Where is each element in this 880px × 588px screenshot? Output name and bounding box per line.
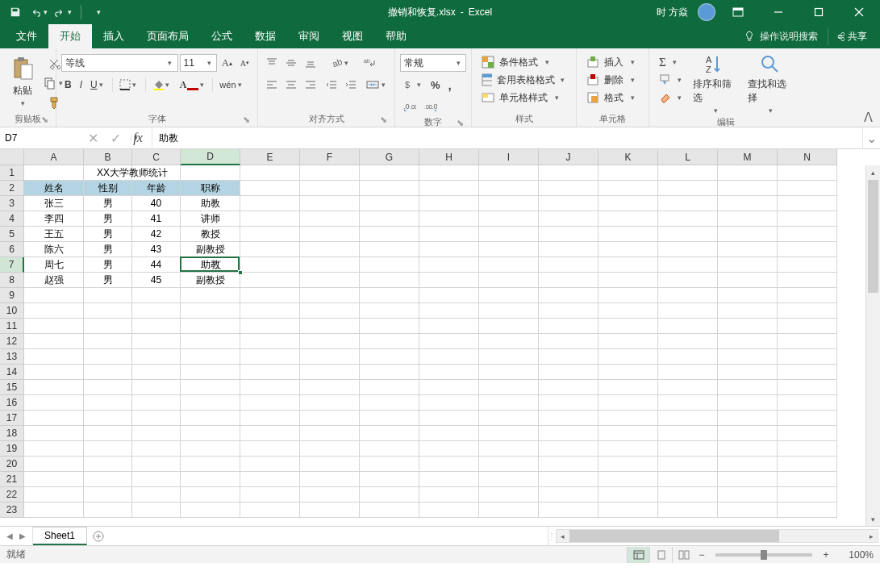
cell[interactable] [181,334,240,349]
cell[interactable] [300,257,360,273]
cell[interactable] [539,380,598,395]
column-header[interactable]: L [658,149,718,165]
cell[interactable]: 副教授 [181,242,240,257]
cell[interactable] [360,196,419,211]
cell[interactable] [778,426,837,441]
cell[interactable] [360,395,419,411]
cell[interactable] [718,196,778,211]
cell[interactable] [240,411,300,426]
cell[interactable] [539,196,598,211]
cell[interactable] [479,257,539,273]
cell[interactable]: 副教授 [181,273,240,288]
cell[interactable] [598,303,658,319]
cell[interactable] [84,395,132,411]
cell[interactable]: 42 [132,227,181,242]
cell[interactable] [658,349,718,365]
scroll-down-icon[interactable]: ▾ [866,512,880,526]
row-header[interactable]: 16 [0,395,24,411]
cell[interactable] [24,487,84,503]
cell[interactable] [181,472,240,487]
cell[interactable] [84,365,132,380]
page-break-view-icon[interactable] [672,547,694,563]
cell[interactable] [360,242,419,257]
cell[interactable] [240,288,300,303]
cell[interactable] [24,380,84,395]
cell[interactable] [479,319,539,334]
cell[interactable] [360,303,419,319]
cell[interactable]: 男 [84,211,132,227]
cell[interactable] [360,211,419,227]
cell[interactable] [598,242,658,257]
cell[interactable] [24,165,84,181]
decrease-decimal-button[interactable]: .00.0 [421,98,440,115]
tab-help[interactable]: 帮助 [374,24,418,48]
cell[interactable] [479,273,539,288]
cell[interactable] [181,426,240,441]
cell[interactable] [300,395,360,411]
cell[interactable] [181,411,240,426]
cell[interactable] [132,411,181,426]
cell[interactable] [84,380,132,395]
vertical-scrollbar[interactable]: ▴ ▾ [865,165,880,526]
cell[interactable] [479,487,539,503]
cell[interactable] [240,457,300,472]
cell[interactable] [718,257,778,273]
cell[interactable] [132,349,181,365]
cell[interactable] [181,441,240,457]
cell[interactable] [778,380,837,395]
cell[interactable] [181,165,240,181]
cell[interactable] [360,227,419,242]
cell[interactable] [181,319,240,334]
cell[interactable] [84,411,132,426]
align-bottom-button[interactable] [302,54,319,72]
cell[interactable] [658,472,718,487]
zoom-slider[interactable] [715,553,812,557]
cell[interactable] [718,334,778,349]
cell[interactable] [718,181,778,196]
cell[interactable] [84,503,132,518]
cell[interactable] [778,303,837,319]
formula-input[interactable] [152,127,862,148]
cell[interactable] [300,242,360,257]
cell[interactable] [240,426,300,441]
row-header[interactable]: 8 [0,273,24,288]
cell[interactable] [598,487,658,503]
cell[interactable] [300,334,360,349]
cell[interactable] [240,242,300,257]
cell[interactable] [181,365,240,380]
row-header[interactable]: 1 [0,165,24,181]
cell[interactable]: 男 [84,257,132,273]
cell[interactable] [419,487,479,503]
cell[interactable] [24,334,84,349]
fill-handle[interactable] [238,270,243,275]
cell[interactable] [718,211,778,227]
cell[interactable] [24,426,84,441]
cell[interactable] [84,165,132,181]
cell[interactable] [718,349,778,365]
cancel-edit-icon[interactable]: ✕ [85,127,100,148]
cell[interactable] [479,349,539,365]
cell[interactable] [539,257,598,273]
row-header[interactable]: 10 [0,303,24,319]
cell-styles-button[interactable]: 单元格样式▾ [477,89,571,106]
cell[interactable] [24,472,84,487]
paste-button[interactable]: 粘贴 ▾ [5,52,40,112]
cell[interactable] [240,503,300,518]
cell[interactable] [778,273,837,288]
merge-center-button[interactable]: ▾ [363,76,390,94]
cell[interactable] [598,257,658,273]
cell[interactable] [132,334,181,349]
cell[interactable] [360,487,419,503]
cell[interactable] [300,227,360,242]
phonetic-button[interactable]: wén▾ [216,76,247,94]
cell[interactable] [479,334,539,349]
cell[interactable] [718,380,778,395]
close-icon[interactable] [841,0,877,24]
cell[interactable] [132,380,181,395]
cell[interactable] [718,487,778,503]
row-header[interactable]: 5 [0,227,24,242]
cell[interactable] [539,426,598,441]
cell[interactable] [778,196,837,211]
cell[interactable] [419,365,479,380]
cell[interactable] [419,227,479,242]
